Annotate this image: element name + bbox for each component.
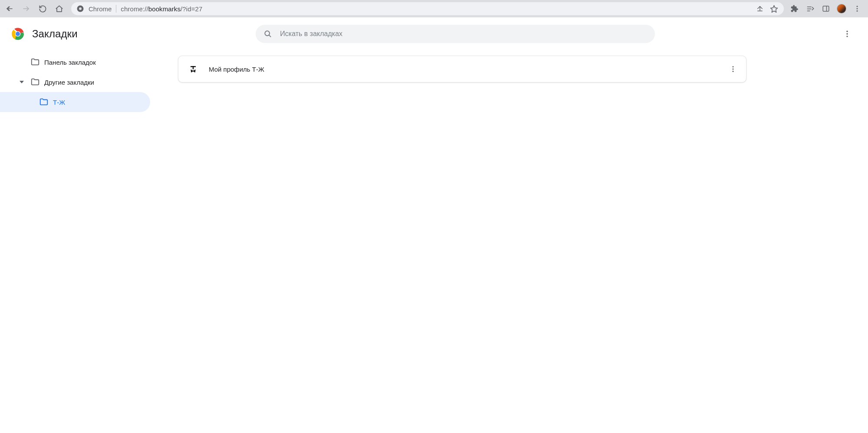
bookmark-star-button[interactable]	[769, 4, 779, 13]
svg-marker-24	[20, 81, 24, 83]
more-vert-icon	[843, 30, 852, 38]
browser-menu-button[interactable]	[852, 4, 862, 13]
app-body: ▸ Панель закладок Другие закладки ▸ Т-Ж	[0, 50, 868, 433]
folder-icon	[30, 57, 40, 67]
address-bar[interactable]: Chrome chrome://bookmarks/?id=27	[71, 2, 784, 15]
search-input[interactable]	[280, 30, 647, 38]
svg-rect-8	[823, 6, 829, 11]
address-url: chrome://bookmarks/?id=27	[121, 5, 202, 13]
url-bold: bookmarks	[148, 5, 181, 13]
sidebar-item-label: Т-Ж	[53, 99, 65, 106]
share-button[interactable]	[755, 4, 765, 13]
reload-icon	[39, 5, 47, 13]
sidebar-item-label: Другие закладки	[44, 79, 94, 86]
reload-button[interactable]	[36, 3, 49, 15]
search-icon	[263, 30, 272, 38]
svg-line-20	[269, 35, 271, 37]
arrow-left-icon	[6, 5, 13, 13]
bookmark-item[interactable]: Мой профиль Т-Ж	[178, 56, 746, 83]
url-prefix: chrome://	[121, 5, 148, 13]
svg-point-31	[733, 71, 734, 72]
profile-avatar[interactable]	[837, 4, 846, 13]
star-icon	[770, 5, 778, 13]
search-container	[256, 25, 655, 43]
reading-list-button[interactable]	[806, 4, 815, 13]
url-suffix: /?id=27	[181, 5, 202, 13]
svg-point-10	[857, 6, 858, 7]
forward-button[interactable]	[20, 3, 32, 15]
puzzle-icon	[791, 5, 799, 13]
back-button[interactable]	[3, 3, 16, 15]
reading-list-icon	[806, 5, 815, 13]
svg-marker-4	[770, 5, 777, 12]
sidebar-item-bookmarks-bar[interactable]: ▸ Панель закладок	[0, 52, 150, 72]
address-separator	[116, 5, 116, 13]
toolbar-right	[790, 4, 865, 13]
share-icon	[756, 5, 764, 13]
svg-point-30	[733, 69, 734, 70]
overflow-menu-button[interactable]	[838, 25, 856, 43]
svg-point-28	[194, 71, 195, 73]
site-info-icon	[76, 5, 84, 13]
svg-point-22	[846, 33, 848, 34]
bookmark-title: Мой профиль Т-Ж	[209, 66, 714, 73]
expand-arrow-icon[interactable]	[17, 80, 26, 84]
sidebar-item-other-bookmarks[interactable]: Другие закладки	[0, 72, 150, 92]
arrow-right-icon	[22, 5, 30, 13]
chrome-logo-icon	[11, 27, 24, 40]
svg-point-27	[191, 71, 192, 73]
app-header: Закладки	[0, 17, 868, 50]
sidebar-item-tj[interactable]: ▸ Т-Ж	[0, 92, 150, 112]
home-button[interactable]	[53, 3, 65, 15]
bookmark-more-button[interactable]	[725, 61, 741, 77]
extensions-button[interactable]	[790, 4, 799, 13]
side-panel-button[interactable]	[821, 4, 831, 13]
home-icon	[55, 5, 63, 13]
page-title: Закладки	[32, 28, 78, 40]
svg-point-21	[846, 31, 848, 32]
svg-point-12	[857, 10, 858, 12]
bookmark-favicon	[189, 65, 197, 73]
svg-rect-26	[193, 66, 194, 69]
bookmark-list: Мой профиль Т-Ж	[152, 50, 868, 433]
more-vert-icon	[853, 5, 861, 13]
svg-point-3	[79, 7, 82, 10]
svg-point-23	[846, 36, 848, 37]
sidebar: ▸ Панель закладок Другие закладки ▸ Т-Ж	[0, 50, 152, 433]
folder-icon	[30, 77, 40, 87]
browser-toolbar: Chrome chrome://bookmarks/?id=27	[0, 0, 868, 17]
search-box[interactable]	[256, 25, 655, 43]
svg-point-29	[733, 66, 734, 67]
svg-point-18	[16, 32, 20, 36]
svg-point-11	[857, 8, 858, 10]
folder-icon	[39, 97, 49, 107]
side-panel-icon	[822, 5, 830, 13]
more-vert-icon	[729, 65, 737, 73]
address-site-label: Chrome	[89, 5, 112, 13]
sidebar-item-label: Панель закладок	[44, 59, 96, 66]
